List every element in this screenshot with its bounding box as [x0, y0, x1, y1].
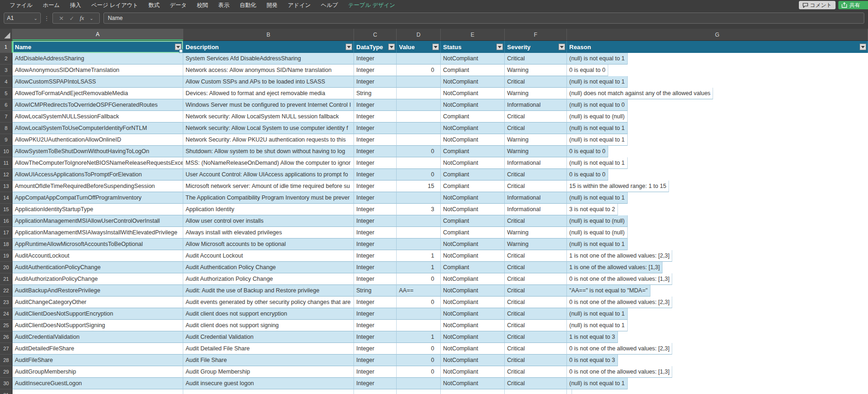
cell-description[interactable]: Audit: Audit the use of Backup and Resto… — [183, 285, 354, 297]
tab-home[interactable]: ホーム — [43, 1, 60, 9]
cell-status[interactable]: NotCompliant — [441, 308, 505, 320]
cell-severity[interactable]: Critical — [505, 111, 567, 123]
cell-reason[interactable]: 0 is not one of the allowed values: [1,3… — [567, 366, 672, 378]
cell-datatype[interactable]: Integer — [354, 343, 397, 355]
cell-value[interactable] — [397, 308, 441, 320]
cell-status[interactable]: NotCompliant — [441, 273, 505, 285]
cell-value[interactable]: 1 — [397, 250, 441, 262]
row-number[interactable]: 16 — [0, 215, 13, 227]
cell-reason[interactable] — [567, 389, 572, 394]
tab-data[interactable]: データ — [170, 1, 187, 9]
cell-severity[interactable]: Critical — [505, 169, 567, 181]
cell-datatype[interactable]: Integer — [354, 227, 397, 239]
cell-reason[interactable]: (null) is not equal to 1 — [567, 76, 628, 88]
name-box[interactable]: A1 ⌄ — [4, 13, 41, 24]
cell-description[interactable]: Application Identity — [183, 204, 354, 215]
cell-datatype[interactable]: Integer — [354, 134, 397, 146]
cell-name[interactable]: AuditAuthorizationPolicyChange — [13, 273, 183, 285]
cell-datatype[interactable]: Integer — [354, 250, 397, 262]
row-number[interactable]: 17 — [0, 227, 13, 239]
cell-severity[interactable]: Critical — [505, 215, 567, 227]
cell-reason[interactable]: 0 is not one of the allowed values: [1,3… — [567, 273, 672, 285]
row-number[interactable]: 30 — [0, 378, 13, 389]
cell-datatype[interactable]: Integer — [354, 53, 397, 65]
row-number[interactable]: 15 — [0, 204, 13, 215]
row-number[interactable]: 21 — [0, 273, 13, 285]
cell-value[interactable] — [397, 239, 441, 250]
cell-severity[interactable]: Informational — [505, 157, 567, 169]
row-number[interactable]: 26 — [0, 331, 13, 343]
cell-status[interactable]: Compliant — [441, 146, 505, 157]
tab-file[interactable]: ファイル — [10, 1, 32, 9]
cell-value[interactable] — [397, 389, 441, 394]
cell-datatype[interactable]: Integer — [354, 65, 397, 76]
cell-name[interactable]: AllowICMPRedirectsToOverrideOSPFGenerate… — [13, 99, 183, 111]
cell-name[interactable]: AmountOfIdleTimeRequiredBeforeSuspending… — [13, 181, 183, 192]
cell-value[interactable] — [397, 378, 441, 389]
cell-value[interactable] — [397, 76, 441, 88]
cell-datatype[interactable]: Integer — [354, 204, 397, 215]
cell-description[interactable]: Shutdown: Allow system to be shut down w… — [183, 146, 354, 157]
cell-severity[interactable]: Critical — [505, 273, 567, 285]
cell-datatype[interactable]: Integer — [354, 378, 397, 389]
filter-icon[interactable] — [175, 44, 181, 50]
column-letter-f[interactable]: F — [505, 29, 567, 40]
cell-description[interactable]: Network access: Allow anonymous SID/Name… — [183, 65, 354, 76]
cell-value[interactable]: 0 — [397, 169, 441, 181]
cell-reason[interactable]: 0 is not one of the allowed values: [2,3… — [567, 297, 672, 308]
cell-reason[interactable]: (null) is equal to (null) — [567, 227, 628, 239]
cell-status[interactable]: NotCompliant — [441, 239, 505, 250]
cell-name[interactable]: AuditInsecureGuestLogon — [13, 378, 183, 389]
cell-reason[interactable]: (null) is not equal to 1 — [567, 123, 628, 134]
cell-status[interactable]: NotCompliant — [441, 320, 505, 331]
cell-reason[interactable]: (null) is not equal to 1 — [567, 378, 628, 389]
cell-status[interactable]: NotCompliant — [441, 192, 505, 204]
row-number[interactable]: 3 — [0, 65, 13, 76]
row-number[interactable]: 22 — [0, 285, 13, 297]
cell-severity[interactable]: Critical — [505, 331, 567, 343]
cell-value[interactable] — [397, 134, 441, 146]
cell-description[interactable]: Allow Custom SSPs and APs to be loaded i… — [183, 76, 354, 88]
cell-reason[interactable]: (null) is not equal to 1 — [567, 192, 628, 204]
cell-value[interactable]: 0 — [397, 297, 441, 308]
row-number[interactable]: 1 — [0, 41, 13, 53]
cell-reason[interactable]: "AA==" is not equal to "MDA=" — [567, 285, 650, 297]
cell-value[interactable]: 3 — [397, 204, 441, 215]
cell-status[interactable]: NotCompliant — [441, 297, 505, 308]
cell-reason[interactable]: (null) is not equal to 1 — [567, 134, 628, 146]
cell-name[interactable]: ApplicationManagementMSIAlwaysInstallWit… — [13, 227, 183, 239]
cell-name[interactable]: AuditAccountLockout — [13, 250, 183, 262]
cell-severity[interactable]: Critical — [505, 250, 567, 262]
cell-name[interactable]: ApplicationManagementMSIAllowUserControl… — [13, 215, 183, 227]
row-number[interactable]: 7 — [0, 111, 13, 123]
cell-datatype[interactable]: Integer — [354, 192, 397, 204]
column-letter-g[interactable]: G — [567, 29, 868, 40]
cell-name[interactable]: ApplicationIdentityStartupType — [13, 204, 183, 215]
cell-datatype[interactable]: Integer — [354, 215, 397, 227]
cell-status[interactable]: NotCompliant — [441, 123, 505, 134]
row-number[interactable]: 2 — [0, 53, 13, 65]
cell-severity[interactable]: Warning — [505, 134, 567, 146]
insert-function-icon[interactable]: fx — [80, 15, 84, 22]
cell-status[interactable]: Compliant — [441, 227, 505, 239]
cell-name[interactable]: AuditBackupAndRestorePrivilege — [13, 285, 183, 297]
cell-description[interactable]: Allow Microsoft accounts to be optional — [183, 239, 354, 250]
cell-value[interactable] — [397, 215, 441, 227]
cell-severity[interactable]: Critical — [505, 343, 567, 355]
row-number[interactable]: 10 — [0, 146, 13, 157]
cell-status[interactable]: NotCompliant — [441, 285, 505, 297]
cell-description[interactable]: Always install with elevated privileges — [183, 227, 354, 239]
cell-name[interactable]: AllowSystemToBeShutDownWithoutHavingToLo… — [13, 146, 183, 157]
row-number[interactable]: 18 — [0, 239, 13, 250]
chevron-down-icon[interactable]: ⌄ — [34, 16, 38, 21]
cell-name[interactable]: AuditAuthenticationPolicyChange — [13, 262, 183, 273]
cell-reason[interactable]: (null) does not match against any of the… — [567, 88, 713, 99]
column-letter-d[interactable]: D — [397, 29, 441, 40]
cell-name[interactable]: AllowUIAccessApplicationsToPromptForElev… — [13, 169, 183, 181]
cell-status[interactable] — [441, 389, 505, 394]
row-number[interactable]: 4 — [0, 76, 13, 88]
header-status[interactable]: Status — [441, 41, 505, 53]
cell-status[interactable]: Compliant — [441, 181, 505, 192]
cell-datatype[interactable]: Integer — [354, 355, 397, 366]
header-severity[interactable]: Severity — [505, 41, 567, 53]
